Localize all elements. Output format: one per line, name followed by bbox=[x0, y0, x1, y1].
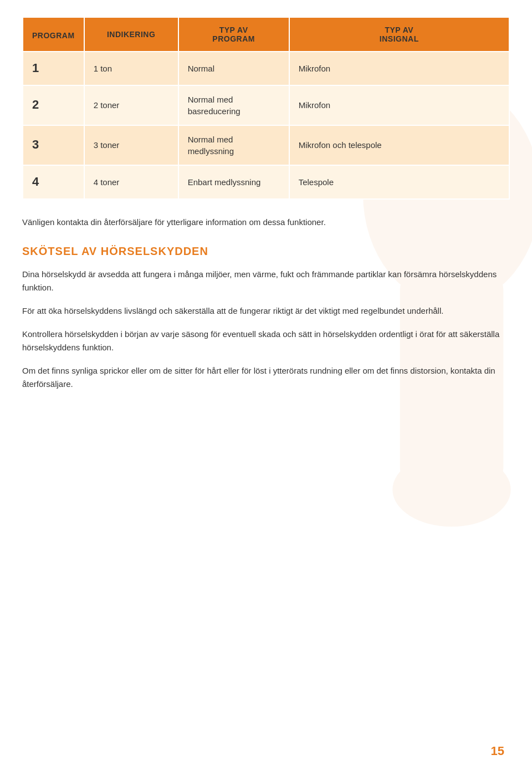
section-heading: Skötsel av hörselskydden bbox=[22, 245, 510, 258]
table-row: 22 tonerNormal med basreduceringMikrofon bbox=[23, 85, 509, 125]
cell-typ-insignal: Mikrofon bbox=[289, 52, 509, 85]
paragraphs-container: Dina hörselskydd är avsedda att fungera … bbox=[22, 268, 510, 391]
table-row: 44 tonerEnbart medlyssningTelespole bbox=[23, 165, 509, 199]
table-row: 11 tonNormalMikrofon bbox=[23, 52, 509, 85]
cell-indikering: 3 toner bbox=[84, 125, 178, 165]
cell-program: 1 bbox=[23, 52, 84, 85]
header-indikering: Indikering bbox=[84, 17, 178, 52]
page-number: 15 bbox=[491, 744, 504, 758]
cell-indikering: 2 toner bbox=[84, 85, 178, 125]
body-paragraph-2: För att öka hörselskyddens livslängd och… bbox=[22, 304, 510, 318]
program-table: Program Indikering Typ avprogram Typ avi… bbox=[22, 17, 510, 200]
cell-typ-insignal: Telespole bbox=[289, 165, 509, 199]
cell-program: 2 bbox=[23, 85, 84, 125]
cell-typ-program: Normal med basreducering bbox=[178, 85, 289, 125]
cell-indikering: 4 toner bbox=[84, 165, 178, 199]
header-typ-program: Typ avprogram bbox=[178, 17, 289, 52]
note-text: Vänligen kontakta din återförsäljare för… bbox=[22, 216, 510, 229]
table-row: 33 tonerNormal med medlyssningMikrofon o… bbox=[23, 125, 509, 165]
cell-typ-insignal: Mikrofon bbox=[289, 85, 509, 125]
body-paragraph-1: Dina hörselskydd är avsedda att fungera … bbox=[22, 268, 510, 294]
header-program: Program bbox=[23, 17, 84, 52]
cell-program: 4 bbox=[23, 165, 84, 199]
svg-point-2 bbox=[392, 453, 510, 527]
body-paragraph-3: Kontrollera hörselskydden i början av va… bbox=[22, 328, 510, 354]
header-typ-insignal: Typ avinsignal bbox=[289, 17, 509, 52]
cell-typ-insignal: Mikrofon och telespole bbox=[289, 125, 509, 165]
cell-indikering: 1 ton bbox=[84, 52, 178, 85]
page-content: Program Indikering Typ avprogram Typ avi… bbox=[22, 17, 510, 391]
body-paragraph-4: Om det finns synliga sprickor eller om d… bbox=[22, 364, 510, 391]
cell-program: 3 bbox=[23, 125, 84, 165]
cell-typ-program: Enbart medlyssning bbox=[178, 165, 289, 199]
cell-typ-program: Normal med medlyssning bbox=[178, 125, 289, 165]
cell-typ-program: Normal bbox=[178, 52, 289, 85]
